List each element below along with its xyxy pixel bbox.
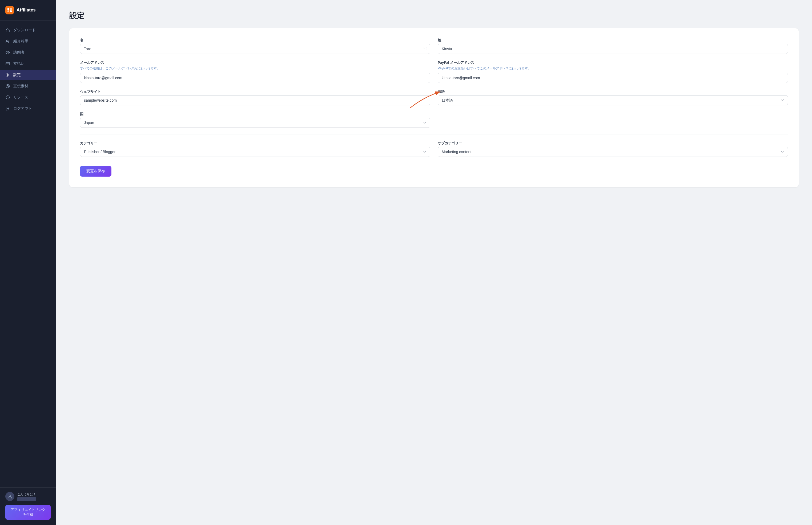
paypal-email-sublabel: PayPalでのお支払いはすべてこのメールアドレスに行われます。 [438, 66, 788, 71]
sidebar: Affiliates ダウンロード 紹介相手 [0, 0, 56, 525]
language-select[interactable]: 日本語 English [438, 95, 788, 105]
sidebar-item-visitors-label: 訪問者 [13, 50, 25, 55]
generate-affiliate-link-button[interactable]: アフィリエイトリンクを生成 [5, 505, 51, 520]
website-label: ウェブサイト [80, 89, 430, 94]
payment-icon [5, 61, 10, 66]
settings-card: 名 姓 メールアド [69, 28, 799, 187]
avatar [5, 492, 14, 501]
svg-point-8 [7, 74, 9, 76]
sidebar-item-visitors[interactable]: 訪問者 [0, 47, 56, 58]
last-name-group: 姓 [438, 38, 788, 54]
sidebar-item-referrals-label: 紹介相手 [13, 39, 28, 44]
sidebar-item-settings[interactable]: 設定 [0, 70, 56, 80]
email-sublabel: すべての連絡は、このメールアドレス宛に行われます。 [80, 66, 430, 71]
first-name-input[interactable] [80, 44, 430, 54]
website-group: ウェブサイト [80, 89, 430, 105]
app-logo-icon [5, 6, 14, 14]
country-select[interactable]: Japan United States United Kingdom [80, 118, 430, 128]
svg-point-12 [9, 495, 11, 496]
subcategory-group: サブカテゴリー Marketing content Tutorial Revie… [438, 141, 788, 157]
svg-rect-13 [423, 47, 427, 50]
category-row: カテゴリー Publisher / Blogger Agency Develop… [80, 141, 788, 157]
website-input[interactable] [80, 95, 430, 105]
app-name: Affiliates [17, 7, 36, 13]
first-name-input-wrapper [80, 44, 430, 54]
first-name-group: 名 [80, 38, 430, 54]
paypal-email-label: PayPal メールアドレス [438, 60, 788, 65]
home-icon [5, 28, 10, 32]
country-group: 国 Japan United States United Kingdom [80, 112, 430, 128]
paypal-email-group: PayPal メールアドレス PayPalでのお支払いはすべてこのメールアドレス… [438, 60, 788, 83]
website-language-row: ウェブサイト 言語 日本語 English [80, 89, 788, 105]
svg-rect-7 [6, 62, 10, 65]
user-details: こんにちは！ ████ [17, 492, 36, 501]
first-name-label: 名 [80, 38, 430, 43]
sidebar-item-resources[interactable]: リソース [0, 92, 56, 103]
svg-rect-1 [10, 8, 12, 10]
email-label: メールアドレス [80, 60, 430, 65]
country-row: 国 Japan United States United Kingdom [80, 112, 788, 128]
name-row: 名 姓 [80, 38, 788, 54]
sidebar-item-payments[interactable]: 支払い [0, 58, 56, 69]
sidebar-item-settings-label: 設定 [13, 73, 21, 77]
people-icon [5, 39, 10, 44]
creatives-icon [5, 84, 10, 89]
subcategory-label: サブカテゴリー [438, 141, 788, 146]
svg-rect-0 [7, 8, 9, 10]
save-button[interactable]: 変更を保存 [80, 166, 111, 177]
svg-point-11 [6, 96, 10, 99]
sidebar-item-creatives[interactable]: 宣伝素材 [0, 81, 56, 91]
email-group: メールアドレス すべての連絡は、このメールアドレス宛に行われます。 [80, 60, 430, 83]
sidebar-item-referrals[interactable]: 紹介相手 [0, 36, 56, 47]
sidebar-item-payments-label: 支払い [13, 61, 25, 66]
name-card-icon [423, 47, 427, 51]
settings-icon [5, 73, 10, 77]
sidebar-item-logout-label: ログアウト [13, 106, 32, 111]
sidebar-item-resources-label: リソース [13, 95, 28, 100]
svg-point-5 [8, 40, 9, 41]
email-row: メールアドレス すべての連絡は、このメールアドレス宛に行われます。 PayPal… [80, 60, 788, 83]
svg-point-6 [7, 52, 8, 53]
category-select[interactable]: Publisher / Blogger Agency Developer [80, 147, 430, 157]
email-input[interactable] [80, 73, 430, 83]
category-group: カテゴリー Publisher / Blogger Agency Develop… [80, 141, 430, 157]
last-name-input[interactable] [438, 44, 788, 54]
user-greeting: こんにちは！ [17, 492, 36, 497]
sidebar-item-download[interactable]: ダウンロード [0, 25, 56, 35]
country-label: 国 [80, 112, 430, 117]
svg-rect-2 [7, 11, 9, 12]
svg-point-10 [7, 85, 9, 87]
sidebar-item-logout[interactable]: ログアウト [0, 103, 56, 114]
sidebar-navigation: ダウンロード 紹介相手 訪問者 [0, 20, 56, 487]
svg-point-9 [6, 85, 10, 88]
language-group: 言語 日本語 English [438, 89, 788, 105]
user-name: ████ [17, 497, 36, 501]
last-name-label: 姓 [438, 38, 788, 43]
eye-icon [5, 50, 10, 55]
resources-icon [5, 95, 10, 100]
logout-icon [5, 106, 10, 111]
sidebar-bottom: こんにちは！ ████ アフィリエイトリンクを生成 [0, 487, 56, 525]
main-content: 設定 名 姓 [56, 0, 812, 525]
paypal-email-input[interactable] [438, 73, 788, 83]
sidebar-item-creatives-label: 宣伝素材 [13, 84, 28, 89]
category-label: カテゴリー [80, 141, 430, 146]
sidebar-item-download-label: ダウンロード [13, 28, 36, 32]
language-label: 言語 [438, 89, 788, 94]
svg-point-4 [7, 40, 8, 41]
user-info: こんにちは！ ████ [5, 492, 51, 501]
sidebar-logo: Affiliates [0, 0, 56, 20]
subcategory-select[interactable]: Marketing content Tutorial Review [438, 147, 788, 157]
svg-rect-3 [10, 11, 12, 12]
page-title: 設定 [69, 11, 799, 21]
